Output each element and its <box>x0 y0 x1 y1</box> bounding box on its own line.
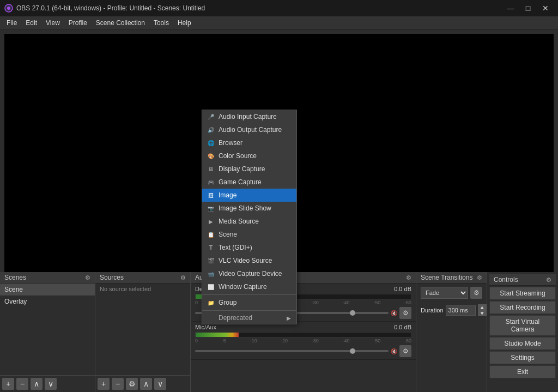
sources-panel: Sources ⚙ No source selected Audio Input… <box>95 272 191 392</box>
mic-meter-labels: 0 -5 -10 -20 -30 -40 -50 -60 <box>195 338 411 343</box>
sources-menu-icon[interactable]: ⚙ <box>180 274 186 281</box>
exit-button[interactable]: Exit <box>489 365 556 378</box>
text-icon <box>207 243 215 252</box>
duration-row: Duration ▲ ▼ <box>416 302 487 318</box>
menu-view[interactable]: View <box>41 17 64 29</box>
bottom-section: Scenes ⚙ Scene Overlay + − ∧ ∨ Sources ⚙… <box>0 272 558 392</box>
slideshow-icon <box>207 204 215 213</box>
desktop-track-db: 0.0 dB <box>394 286 411 292</box>
scene-icon <box>207 230 215 239</box>
group-icon <box>207 298 215 307</box>
transition-select[interactable]: Fade <box>421 287 468 299</box>
ctx-video-capture[interactable]: Video Capture Device <box>202 267 296 280</box>
maximize-button[interactable]: □ <box>520 2 536 14</box>
sources-footer: + − ⚙ ∧ ∨ <box>95 375 190 392</box>
titlebar-controls: — □ ✕ <box>502 2 554 14</box>
media-icon <box>207 217 215 226</box>
svg-point-1 <box>7 7 10 10</box>
menu-file[interactable]: File <box>2 17 21 29</box>
window-icon <box>207 282 215 291</box>
menu-edit[interactable]: Edit <box>21 17 41 29</box>
obs-logo <box>4 4 13 13</box>
studio-mode-button[interactable]: Studio Mode <box>489 337 556 350</box>
desktop-volume-thumb[interactable] <box>350 310 355 316</box>
minimize-button[interactable]: — <box>502 2 519 14</box>
menu-tools[interactable]: Tools <box>149 17 173 29</box>
start-streaming-button[interactable]: Start Streaming <box>489 287 556 300</box>
transition-gear-button[interactable]: ⚙ <box>470 287 482 299</box>
ctx-browser[interactable]: Browser <box>202 136 296 149</box>
desktop-mute-icon[interactable] <box>391 309 397 317</box>
duration-input[interactable] <box>446 305 476 316</box>
ctx-image[interactable]: Image <box>202 189 296 202</box>
controls-header: Controls ⚙ <box>489 274 556 286</box>
ctx-window-capture[interactable]: Window Capture <box>202 280 296 293</box>
desktop-settings-button[interactable]: ⚙ <box>399 307 411 319</box>
ctx-color-source[interactable]: Color Source <box>202 149 296 162</box>
scene-item-overlay[interactable]: Overlay <box>0 295 95 307</box>
menu-scene-collection[interactable]: Scene Collection <box>92 17 149 29</box>
ctx-audio-input[interactable]: Audio Input Capture <box>202 110 296 123</box>
start-recording-button[interactable]: Start Recording <box>489 301 556 314</box>
close-button[interactable]: ✕ <box>537 2 554 14</box>
sources-down-button[interactable]: ∨ <box>154 378 166 390</box>
ctx-media-source[interactable]: Media Source <box>202 215 296 228</box>
ctx-vlc[interactable]: VLC Video Source <box>202 254 296 267</box>
scene-transitions-panel: Scene Transitions ⚙ Fade ⚙ Duration ▲ ▼ <box>416 272 487 392</box>
main: Scenes ⚙ Scene Overlay + − ∧ ∨ Sources ⚙… <box>0 29 558 392</box>
mic-icon <box>207 112 215 121</box>
settings-button[interactable]: Settings <box>489 351 556 364</box>
mic-aux-track: Mic/Aux 0.0 dB 0 -5 -10 -20 -30 -40 -50 … <box>191 322 416 360</box>
ctx-group[interactable]: Group <box>202 296 296 309</box>
monitor-icon <box>207 165 215 173</box>
menu-profile[interactable]: Profile <box>64 17 92 29</box>
duration-up-button[interactable]: ▲ <box>478 304 487 310</box>
controls-title: Controls <box>494 276 518 284</box>
ctx-audio-output[interactable]: Audio Output Capture <box>202 123 296 136</box>
scenes-menu-icon[interactable]: ⚙ <box>85 274 90 281</box>
menu-help[interactable]: Help <box>173 17 196 29</box>
sources-remove-button[interactable]: − <box>112 378 124 390</box>
transitions-menu-icon[interactable]: ⚙ <box>477 274 482 281</box>
ctx-image-slideshow[interactable]: Image Slide Show <box>202 202 296 215</box>
ctx-scene[interactable]: Scene <box>202 228 296 241</box>
color-icon <box>207 152 215 160</box>
mic-settings-button[interactable]: ⚙ <box>399 345 411 357</box>
mic-volume-thumb[interactable] <box>350 348 355 354</box>
ctx-deprecated[interactable]: Deprecated ▶ <box>202 312 296 324</box>
titlebar-left: OBS 27.0.1 (64-bit, windows) - Profile: … <box>4 4 205 13</box>
scenes-panel: Scenes ⚙ Scene Overlay + − ∧ ∨ <box>0 272 95 392</box>
ctx-display-capture[interactable]: Display Capture <box>202 162 296 176</box>
sources-title: Sources <box>100 274 124 281</box>
controls-menu-icon[interactable]: ⚙ <box>546 276 551 284</box>
mic-track-db: 0.0 dB <box>394 324 411 330</box>
mic-track-name: Mic/Aux <box>195 324 216 330</box>
scenes-remove-button[interactable]: − <box>16 378 28 390</box>
scenes-down-button[interactable]: ∨ <box>45 378 57 390</box>
sources-panel-header: Sources ⚙ <box>95 272 190 284</box>
sources-add-button[interactable]: + <box>98 378 110 390</box>
mic-track-header: Mic/Aux 0.0 dB <box>195 324 411 330</box>
ctx-game-capture[interactable]: Game Capture <box>202 176 296 189</box>
globe-icon <box>207 138 215 147</box>
start-virtual-camera-button[interactable]: Start Virtual Camera <box>489 315 556 336</box>
ctx-text-gdi[interactable]: Text (GDI+) <box>202 241 296 254</box>
mic-meter-fill <box>196 333 239 337</box>
sources-settings-button[interactable]: ⚙ <box>126 378 138 390</box>
transitions-header: Scene Transitions ⚙ <box>416 272 487 284</box>
mic-mute-icon[interactable] <box>391 347 397 355</box>
mic-meter-bar <box>195 332 411 337</box>
ctx-separator <box>202 294 296 295</box>
scene-item-scene[interactable]: Scene <box>0 284 95 295</box>
camera-icon <box>207 269 215 278</box>
mic-volume-slider[interactable] <box>195 350 389 352</box>
scenes-add-button[interactable]: + <box>2 378 14 390</box>
duration-down-button[interactable]: ▼ <box>478 310 487 316</box>
scenes-footer: + − ∧ ∨ <box>0 375 95 392</box>
transition-fade-row: Fade ⚙ <box>416 284 487 302</box>
sources-up-button[interactable]: ∧ <box>140 378 152 390</box>
scenes-up-button[interactable]: ∧ <box>31 378 43 390</box>
game-icon <box>207 178 215 186</box>
audio-mixer-menu-icon[interactable]: ⚙ <box>406 274 411 281</box>
titlebar-title: OBS 27.0.1 (64-bit, windows) - Profile: … <box>16 4 205 12</box>
